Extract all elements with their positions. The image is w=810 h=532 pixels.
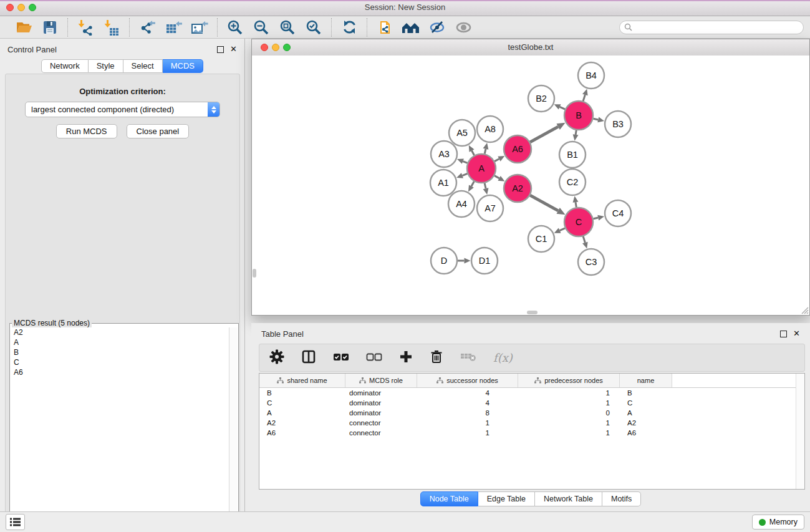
table-cell[interactable]: connector [345, 419, 417, 427]
graph-edge-C-C1[interactable] [560, 228, 565, 231]
table-cell[interactable]: A6 [620, 429, 672, 437]
graph-edge-B-B4[interactable] [583, 95, 585, 101]
export-table-icon[interactable] [160, 18, 186, 37]
network-canvas[interactable]: B4B2BB3A5A8A6A3B1AA1C2A2A4A7CC4C1C3DD1 [252, 56, 809, 315]
graph-edge-A-A2[interactable] [494, 176, 499, 178]
close-panel-button[interactable]: Close panel [127, 124, 190, 138]
table-cell[interactable]: 1 [518, 429, 620, 437]
graph-edge-B-B1[interactable] [576, 130, 576, 135]
graph-edge-C-C3[interactable] [583, 236, 585, 243]
network-close-button[interactable] [261, 44, 268, 51]
run-mcds-button[interactable]: Run MCDS [56, 124, 117, 138]
resize-grip-icon[interactable] [801, 306, 809, 314]
mcds-result-list[interactable]: A2ABCA6 [11, 327, 229, 529]
zoom-fit-icon[interactable] [274, 18, 301, 37]
tab-mcds[interactable]: MCDS [163, 59, 203, 73]
graph-edge-A-A3[interactable] [463, 162, 467, 163]
table-cell[interactable]: A6 [259, 429, 345, 437]
column-header-successor-nodes[interactable]: successor nodes [417, 374, 518, 387]
table-cell[interactable]: 1 [417, 429, 518, 437]
graph-edge-A2-C[interactable] [530, 195, 558, 211]
save-session-icon[interactable] [37, 18, 63, 37]
open-session-icon[interactable] [11, 18, 37, 37]
show-columns-icon[interactable] [301, 349, 316, 367]
criterion-dropdown[interactable]: largest connected component (directed) [25, 102, 220, 117]
tab-edge-table[interactable]: Edge Table [478, 491, 535, 506]
table-cell[interactable]: connector [345, 429, 417, 437]
close-panel-icon[interactable]: ✕ [230, 46, 237, 53]
search-input[interactable] [635, 22, 799, 32]
table-cell[interactable]: A2 [259, 419, 345, 427]
column-header-predecessor-nodes[interactable]: predecessor nodes [518, 374, 620, 387]
graph-edge-B-B3[interactable] [593, 118, 598, 120]
graph-edge-A-A7[interactable] [485, 183, 486, 188]
table-cell[interactable]: A [620, 409, 672, 417]
graph-edge-A-A1[interactable] [462, 173, 467, 175]
export-network-icon[interactable] [134, 18, 160, 37]
table-cell[interactable]: C [620, 399, 672, 407]
network-minimize-button[interactable] [272, 44, 279, 51]
graph-edge-B-B2[interactable] [560, 107, 565, 109]
float-panel-icon[interactable] [217, 46, 224, 53]
table-cell[interactable]: C [259, 399, 345, 407]
zoom-out-icon[interactable] [248, 18, 274, 37]
table-row[interactable]: Cdominator41C [259, 398, 804, 408]
tab-network-table[interactable]: Network Table [535, 491, 602, 506]
table-settings-gear-icon[interactable] [269, 349, 284, 367]
table-cell[interactable]: dominator [345, 409, 417, 417]
close-window-button[interactable] [6, 4, 14, 11]
result-scrollbar[interactable] [229, 327, 238, 529]
tab-motifs[interactable]: Motifs [602, 491, 641, 506]
column-header-name[interactable]: name [620, 374, 672, 387]
table-row[interactable]: Adominator80A [259, 408, 804, 418]
show-eye-icon[interactable] [450, 18, 476, 37]
zoom-window-button[interactable] [29, 4, 36, 11]
table-row[interactable]: A6connector11A6 [259, 428, 804, 438]
table-cell[interactable]: 8 [417, 409, 518, 417]
table-cell[interactable]: 1 [518, 389, 620, 397]
zoom-selected-icon[interactable] [301, 18, 327, 37]
column-header-MCDS-role[interactable]: MCDS role [345, 374, 417, 387]
table-cell[interactable]: B [620, 389, 672, 397]
graph-edge-A-A8[interactable] [485, 149, 486, 154]
graph-edge-C-C2[interactable] [576, 202, 576, 207]
table-cell[interactable]: B [259, 389, 345, 397]
graph-edge-A6-B[interactable] [530, 127, 558, 142]
task-history-button[interactable] [6, 514, 25, 530]
tab-select[interactable]: Select [123, 59, 163, 73]
table-scrollbar[interactable] [796, 374, 804, 489]
table-cell[interactable]: dominator [345, 399, 417, 407]
hide-graphics-details-icon[interactable] [424, 18, 450, 37]
table-cell[interactable]: dominator [345, 389, 417, 397]
table-cell[interactable]: 1 [417, 419, 518, 427]
table-cell[interactable]: 1 [518, 399, 620, 407]
close-table-panel-icon[interactable]: ✕ [793, 330, 800, 337]
tab-node-table[interactable]: Node Table [420, 491, 478, 506]
column-header-shared-name[interactable]: shared name [259, 374, 345, 387]
graph-edge-A-A6[interactable] [494, 159, 499, 162]
table-row[interactable]: A2connector11A2 [259, 418, 804, 428]
export-image-icon[interactable] [186, 18, 213, 37]
tab-network[interactable]: Network [41, 59, 89, 73]
table-cell[interactable]: 0 [518, 409, 620, 417]
select-all-icon[interactable] [333, 352, 349, 364]
graph-edge-C-C4[interactable] [593, 218, 598, 219]
graph-edge-A-A4[interactable] [471, 181, 474, 186]
home-icon[interactable] [398, 18, 424, 37]
network-zoom-button[interactable] [283, 44, 291, 51]
memory-button[interactable]: Memory [752, 515, 804, 530]
refresh-layout-icon[interactable] [336, 18, 362, 37]
float-table-panel-icon[interactable] [780, 331, 787, 337]
graph-edge-A-A5[interactable] [472, 151, 475, 155]
duplicate-network-icon[interactable] [372, 18, 398, 37]
add-column-icon[interactable] [399, 350, 413, 366]
deselect-all-icon[interactable] [366, 352, 382, 364]
zoom-in-icon[interactable] [222, 18, 248, 37]
minimize-window-button[interactable] [17, 4, 25, 11]
vertical-scroll-thumb[interactable] [253, 269, 256, 278]
horizontal-scroll-thumb[interactable] [527, 311, 538, 314]
table-row[interactable]: Bdominator41B [259, 388, 804, 398]
table-cell[interactable]: 4 [417, 389, 518, 397]
network-graph[interactable]: B4B2BB3A5A8A6A3B1AA1C2A2A4A7CC4C1C3DD1 [252, 56, 809, 315]
search-field[interactable] [619, 21, 804, 34]
